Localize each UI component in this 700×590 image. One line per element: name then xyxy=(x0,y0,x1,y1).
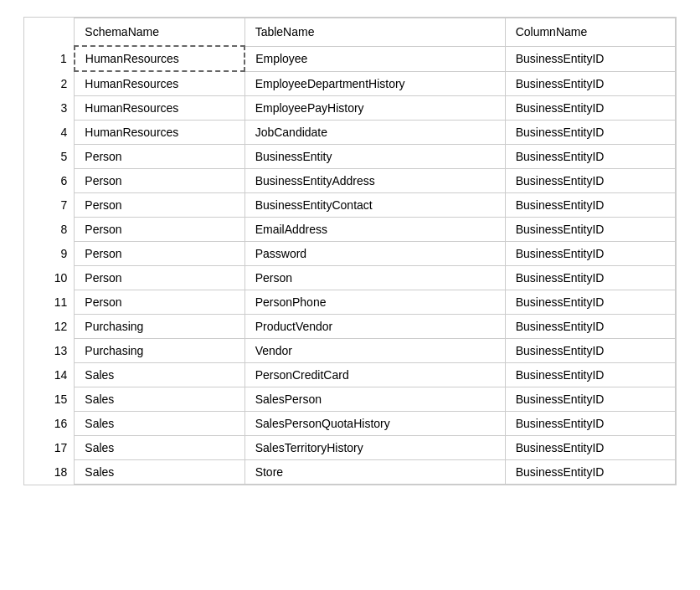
table-row[interactable]: 4HumanResourcesJobCandidateBusinessEntit… xyxy=(24,121,676,145)
table-name-cell[interactable]: Vendor xyxy=(244,339,505,363)
column-name-cell[interactable]: BusinessEntityID xyxy=(505,363,675,387)
table-row[interactable]: 11PersonPersonPhoneBusinessEntityID xyxy=(24,290,676,315)
schema-name-header[interactable]: SchemaName xyxy=(75,18,244,47)
schema-name-cell[interactable]: Sales xyxy=(75,460,244,485)
schema-name-cell[interactable]: Purchasing xyxy=(75,339,244,363)
table-name-cell[interactable]: ProductVendor xyxy=(244,315,505,339)
column-name-cell[interactable]: BusinessEntityID xyxy=(505,71,675,96)
table-row[interactable]: 3HumanResourcesEmployeePayHistoryBusines… xyxy=(24,96,676,121)
schema-name-cell[interactable]: HumanResources xyxy=(75,71,244,96)
table-name-cell[interactable]: BusinessEntityAddress xyxy=(244,169,505,193)
row-number-cell: 5 xyxy=(24,145,75,169)
row-number-cell: 6 xyxy=(24,169,75,193)
row-number-cell: 2 xyxy=(24,71,75,96)
table-row[interactable]: 7PersonBusinessEntityContactBusinessEnti… xyxy=(24,193,676,218)
table-name-cell[interactable]: EmployeeDepartmentHistory xyxy=(244,71,505,96)
column-name-cell[interactable]: BusinessEntityID xyxy=(505,218,675,242)
table-name-cell[interactable]: EmployeePayHistory xyxy=(244,96,505,121)
table-row[interactable]: 6PersonBusinessEntityAddressBusinessEnti… xyxy=(24,169,676,193)
column-name-cell[interactable]: BusinessEntityID xyxy=(505,193,675,218)
table-name-cell[interactable]: Password xyxy=(244,242,505,266)
table-row[interactable]: 17SalesSalesTerritoryHistoryBusinessEnti… xyxy=(24,436,676,460)
results-table: SchemaName TableName ColumnName 1HumanRe… xyxy=(24,18,676,485)
row-number-cell: 3 xyxy=(24,96,75,121)
table-row[interactable]: 14SalesPersonCreditCardBusinessEntityID xyxy=(24,363,676,387)
row-number-cell: 17 xyxy=(24,436,75,460)
schema-name-cell[interactable]: Person xyxy=(75,242,244,266)
row-number-cell: 10 xyxy=(24,266,75,290)
schema-name-cell[interactable]: Purchasing xyxy=(75,315,244,339)
table-row[interactable]: 12PurchasingProductVendorBusinessEntityI… xyxy=(24,315,676,339)
table-row[interactable]: 9PersonPasswordBusinessEntityID xyxy=(24,242,676,266)
table-row[interactable]: 2HumanResourcesEmployeeDepartmentHistory… xyxy=(24,71,676,96)
column-name-cell[interactable]: BusinessEntityID xyxy=(505,412,675,436)
schema-name-cell[interactable]: Person xyxy=(75,193,244,218)
column-name-cell[interactable]: BusinessEntityID xyxy=(505,339,675,363)
table-row[interactable]: 13PurchasingVendorBusinessEntityID xyxy=(24,339,676,363)
column-name-cell[interactable]: BusinessEntityID xyxy=(505,169,675,193)
row-number-cell: 4 xyxy=(24,121,75,145)
column-name-cell[interactable]: BusinessEntityID xyxy=(505,460,675,485)
schema-name-cell[interactable]: HumanResources xyxy=(75,96,244,121)
table-row[interactable]: 15SalesSalesPersonBusinessEntityID xyxy=(24,387,676,412)
row-number-cell: 8 xyxy=(24,218,75,242)
row-number-cell: 14 xyxy=(24,363,75,387)
schema-name-cell[interactable]: Sales xyxy=(75,436,244,460)
row-num-header xyxy=(24,18,75,47)
row-number-cell: 12 xyxy=(24,315,75,339)
column-name-cell[interactable]: BusinessEntityID xyxy=(505,290,675,315)
table-name-cell[interactable]: Store xyxy=(244,460,505,485)
column-name-header[interactable]: ColumnName xyxy=(505,18,675,47)
table-name-cell[interactable]: SalesPerson xyxy=(244,387,505,412)
schema-name-cell[interactable]: Sales xyxy=(75,363,244,387)
table-name-cell[interactable]: JobCandidate xyxy=(244,121,505,145)
table-name-cell[interactable]: SalesTerritoryHistory xyxy=(244,436,505,460)
row-number-cell: 15 xyxy=(24,387,75,412)
table-name-header[interactable]: TableName xyxy=(244,18,505,47)
row-number-cell: 11 xyxy=(24,290,75,315)
schema-name-cell[interactable]: HumanResources xyxy=(75,46,244,71)
schema-name-cell[interactable]: Sales xyxy=(75,412,244,436)
row-number-cell: 9 xyxy=(24,242,75,266)
table-name-cell[interactable]: PersonPhone xyxy=(244,290,505,315)
table-name-cell[interactable]: Person xyxy=(244,266,505,290)
row-number-cell: 7 xyxy=(24,193,75,218)
table-name-cell[interactable]: BusinessEntity xyxy=(244,145,505,169)
table-name-cell[interactable]: EmailAddress xyxy=(244,218,505,242)
row-number-cell: 1 xyxy=(24,46,75,71)
column-name-cell[interactable]: BusinessEntityID xyxy=(505,46,675,71)
schema-name-cell[interactable]: Sales xyxy=(75,387,244,412)
table-row[interactable]: 16SalesSalesPersonQuotaHistoryBusinessEn… xyxy=(24,412,676,436)
schema-name-cell[interactable]: HumanResources xyxy=(75,121,244,145)
schema-name-cell[interactable]: Person xyxy=(75,266,244,290)
table-name-cell[interactable]: PersonCreditCard xyxy=(244,363,505,387)
row-number-cell: 16 xyxy=(24,412,75,436)
table-row[interactable]: 8PersonEmailAddressBusinessEntityID xyxy=(24,218,676,242)
row-number-cell: 13 xyxy=(24,339,75,363)
table-header-row: SchemaName TableName ColumnName xyxy=(24,18,676,47)
table-row[interactable]: 1HumanResourcesEmployeeBusinessEntityID xyxy=(24,46,676,71)
table-row[interactable]: 18SalesStoreBusinessEntityID xyxy=(24,460,676,485)
table-name-cell[interactable]: Employee xyxy=(244,46,505,71)
schema-name-cell[interactable]: Person xyxy=(75,290,244,315)
column-name-cell[interactable]: BusinessEntityID xyxy=(505,242,675,266)
table-row[interactable]: 10PersonPersonBusinessEntityID xyxy=(24,266,676,290)
table-row[interactable]: 5PersonBusinessEntityBusinessEntityID xyxy=(24,145,676,169)
column-name-cell[interactable]: BusinessEntityID xyxy=(505,266,675,290)
table-name-cell[interactable]: SalesPersonQuotaHistory xyxy=(244,412,505,436)
column-name-cell[interactable]: BusinessEntityID xyxy=(505,145,675,169)
table-body: 1HumanResourcesEmployeeBusinessEntityID2… xyxy=(24,46,676,485)
column-name-cell[interactable]: BusinessEntityID xyxy=(505,387,675,412)
column-name-cell[interactable]: BusinessEntityID xyxy=(505,315,675,339)
row-number-cell: 18 xyxy=(24,460,75,485)
column-name-cell[interactable]: BusinessEntityID xyxy=(505,121,675,145)
results-table-container: SchemaName TableName ColumnName 1HumanRe… xyxy=(23,17,677,485)
table-name-cell[interactable]: BusinessEntityContact xyxy=(244,193,505,218)
column-name-cell[interactable]: BusinessEntityID xyxy=(505,96,675,121)
schema-name-cell[interactable]: Person xyxy=(75,169,244,193)
column-name-cell[interactable]: BusinessEntityID xyxy=(505,436,675,460)
schema-name-cell[interactable]: Person xyxy=(75,145,244,169)
schema-name-cell[interactable]: Person xyxy=(75,218,244,242)
